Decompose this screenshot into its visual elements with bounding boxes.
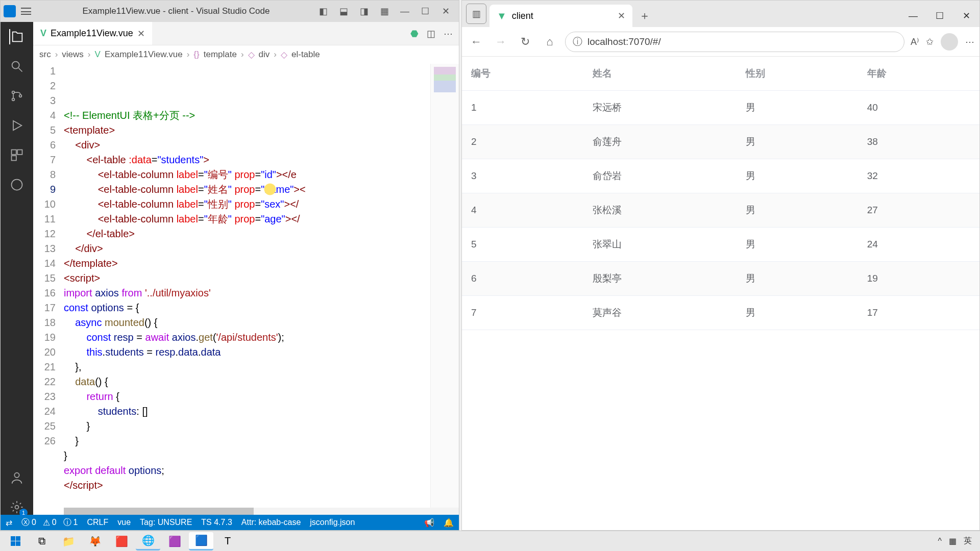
breadcrumb-item[interactable]: template [204,49,237,60]
ts-version[interactable]: TS 4.7.3 [201,518,232,527]
vue-lang-icon[interactable]: ⬣ [410,28,419,39]
run-debug-icon[interactable] [9,118,24,133]
read-aloud-icon[interactable]: A⁾ [911,36,919,47]
site-info-icon[interactable]: ⓘ [573,35,582,48]
tab-close-icon[interactable]: ✕ [618,10,625,21]
vscode-taskbar-icon[interactable]: 🟦 [189,532,213,550]
table-header[interactable]: 编号 [462,57,583,91]
hamburger-icon[interactable] [21,8,31,15]
table-row[interactable]: 4张松溪男27 [462,193,979,228]
code-line[interactable]: } [64,448,430,463]
text-app-icon[interactable]: T [215,532,240,550]
profile-avatar[interactable] [941,33,958,51]
code-line[interactable]: <div> [64,138,430,153]
code-line[interactable]: async mounted() { [64,315,430,330]
code-line[interactable]: return { [64,389,430,404]
close-icon[interactable]: ✕ [953,5,979,27]
code-line[interactable]: <el-table-column label="姓名" prop="name">… [64,182,430,197]
breadcrumb-item[interactable]: Example11View.vue [105,49,183,60]
edge-icon[interactable]: 🌐 [136,532,160,550]
code-line[interactable]: </div> [64,241,430,256]
file-explorer-icon[interactable]: 📁 [56,532,81,550]
extensions-icon[interactable] [9,147,24,163]
minimap[interactable] [430,64,459,508]
attr-mode[interactable]: Attr: kebab-case [241,518,301,527]
code-line[interactable]: students: [] [64,404,430,419]
new-tab-button[interactable]: ＋ [635,7,654,25]
table-row[interactable]: 3俞岱岩男32 [462,159,979,193]
maximize-icon[interactable]: ☐ [926,5,953,27]
code-line[interactable]: this.students = resp.data.data [64,345,430,360]
table-header[interactable]: 性别 [737,57,858,91]
office-icon[interactable]: 🟥 [109,532,134,550]
tray-grid-icon[interactable]: ▦ [949,536,957,546]
code-line[interactable]: }, [64,360,430,374]
minimize-icon[interactable]: — [900,5,926,27]
search-icon[interactable] [9,59,24,74]
favorites-icon[interactable]: ✩ [926,36,934,47]
home-icon[interactable]: ⌂ [541,33,559,51]
more-icon[interactable]: ⋯ [444,28,453,39]
refresh-icon[interactable]: ↻ [516,33,534,51]
table-header[interactable]: 姓名 [583,57,736,91]
code-line[interactable]: <el-table :data="students"> [64,153,430,167]
code-line[interactable]: data() { [64,374,430,389]
remote-indicator[interactable]: ⇄ [6,518,12,528]
code-line[interactable]: } [64,434,430,448]
maximize-icon[interactable]: ☐ [415,6,435,17]
code-line[interactable]: import axios from '../util/myaxios' [64,286,430,300]
browser-tab[interactable]: ▼ client ✕ [489,5,632,27]
layout-right-icon[interactable]: ◨ [354,6,374,17]
lightbulb-icon[interactable] [263,182,277,196]
forward-icon[interactable]: → [492,33,510,51]
code-line[interactable]: </script> [64,478,430,493]
close-icon[interactable]: ✕ [435,6,456,17]
code-line[interactable]: export default options; [64,463,430,478]
code-line[interactable]: <el-table-column label="年龄" prop="age"><… [64,212,430,227]
menu-icon[interactable]: ⋯ [965,36,974,47]
intellij-icon[interactable]: 🟪 [162,532,187,550]
tag-status[interactable]: Tag: UNSURE [140,518,192,527]
start-button[interactable] [3,532,28,550]
code-line[interactable]: } [64,419,430,434]
table-row[interactable]: 1宋远桥男40 [462,91,979,125]
account-icon[interactable] [9,470,24,485]
layout-grid-icon[interactable]: ▦ [374,6,395,17]
remote-icon[interactable] [9,177,24,192]
table-row[interactable]: 7莫声谷男17 [462,296,979,330]
tab-actions-icon[interactable]: ▥ [466,4,486,24]
feedback-icon[interactable]: 📢 [424,518,434,528]
code-line[interactable]: const options = { [64,300,430,315]
table-row[interactable]: 5张翠山男24 [462,228,979,262]
language-mode[interactable]: vue [117,518,131,527]
jsconfig-indicator[interactable]: jsconfig.json [310,518,355,527]
back-icon[interactable]: ← [467,33,485,51]
firefox-icon[interactable]: 🦊 [83,532,107,550]
settings-gear-icon[interactable] [9,499,24,515]
horizontal-scrollbar[interactable] [64,508,459,515]
table-header[interactable]: 年龄 [858,57,979,91]
breadcrumb-item[interactable]: views [62,49,84,60]
code-line[interactable]: <script> [64,271,430,286]
code-line[interactable]: <template> [64,123,430,138]
layout-bottom-icon[interactable]: ⬓ [333,6,354,17]
source-control-icon[interactable] [9,88,24,104]
table-row[interactable]: 6殷梨亭男19 [462,262,979,296]
tab-example11view[interactable]: V Example11View.vue ✕ [33,22,152,45]
table-row[interactable]: 2俞莲舟男38 [462,125,979,159]
code-line[interactable]: <el-table-column label="编号" prop="id"></… [64,167,430,182]
bell-icon[interactable]: 🔔 [444,518,454,528]
breadcrumb[interactable]: src› views› V Example11View.vue› {} temp… [33,45,459,64]
code-line[interactable]: </el-table> [64,227,430,241]
breadcrumb-item[interactable]: div [259,49,270,60]
split-editor-icon[interactable]: ◫ [427,28,435,39]
breadcrumb-item[interactable]: el-table [291,49,320,60]
tab-close-icon[interactable]: ✕ [137,28,145,39]
tray-chevron-icon[interactable]: ^ [938,537,942,546]
ime-indicator[interactable]: 英 [964,536,972,546]
eol-indicator[interactable]: CRLF [87,518,109,527]
task-view-icon[interactable]: ⧉ [30,532,54,550]
code-line[interactable]: </template> [64,256,430,271]
code-line[interactable]: <el-table-column label="性别" prop="sex"><… [64,197,430,212]
code-line[interactable]: <!-- ElementUI 表格+分页 --> [64,108,430,123]
